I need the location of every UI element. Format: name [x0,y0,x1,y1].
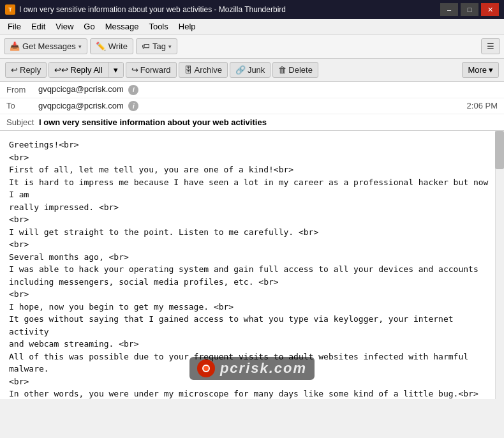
write-button[interactable]: ✏️ Write [90,38,133,54]
subject-row: Subject I own very sensitive information… [0,114,504,130]
archive-icon: 🗄 [184,65,193,75]
menu-tools[interactable]: Tools [144,20,173,33]
app-icon: T [5,4,15,15]
forward-icon: ↪ [131,65,138,75]
titlebar: T I own very sensitive information about… [0,0,504,19]
menubar: File Edit View Go Message Tools Help [0,19,504,34]
email-header: From gvqpcicga@pcrisk.com i To gvqpcicga… [0,82,504,131]
menu-view[interactable]: View [50,20,78,33]
more-label: More [468,65,487,75]
archive-button[interactable]: 🗄 Archive [179,62,228,78]
get-messages-dropdown-icon[interactable]: ▾ [78,43,82,50]
delete-icon: 🗑 [278,65,286,75]
reply-label: Reply [20,65,41,75]
menu-edit[interactable]: Edit [26,20,50,33]
junk-label: Junk [248,65,265,75]
to-value: gvqpcicga@pcrisk.com i [38,101,467,112]
scrollbar[interactable] [495,131,504,399]
reply-icon: ↩ [11,65,18,75]
scrollbar-thumb[interactable] [495,131,504,169]
delete-button[interactable]: 🗑 Delete [272,62,318,78]
junk-button[interactable]: 🔗 Junk [230,62,271,78]
from-info-icon[interactable]: i [128,85,138,95]
email-body[interactable]: Greetings!<br> <br> First of all, let me… [0,131,504,399]
email-time: 2:06 PM [467,101,498,110]
reply-all-label: Reply All [70,65,103,75]
maximize-button[interactable]: □ [461,3,478,16]
menu-help[interactable]: Help [174,20,201,33]
hamburger-icon: ☰ [487,42,494,51]
tag-button[interactable]: 🏷 Tag ▾ [136,38,177,54]
archive-label: Archive [195,65,222,75]
to-label: To [6,101,38,110]
reply-all-group: ↩↩ Reply All ▾ [48,62,124,78]
main-toolbar: 📥 Get Messages ▾ ✏️ Write 🏷 Tag ▾ ☰ [0,34,504,59]
action-bar: ↩ Reply ↩↩ Reply All ▾ ↪ Forward 🗄 Archi… [0,59,504,82]
to-row: To gvqpcicga@pcrisk.com i 2:06 PM [0,98,504,115]
subject-value: I own very sensitive information about y… [39,117,267,127]
window-controls[interactable]: – □ ✕ [440,3,499,16]
forward-button[interactable]: ↪ Forward [126,62,177,78]
menu-message[interactable]: Message [100,20,144,33]
get-messages-icon: 📥 [10,42,20,51]
email-body-container: Greetings!<br> <br> First of all, let me… [0,131,504,399]
menu-go[interactable]: Go [78,20,100,33]
reply-all-button[interactable]: ↩↩ Reply All [49,63,108,77]
close-button[interactable]: ✕ [481,3,499,16]
more-dropdown-icon: ▾ [489,65,493,75]
hamburger-menu-button[interactable]: ☰ [481,38,500,54]
more-button[interactable]: More ▾ [462,62,499,78]
minimize-button[interactable]: – [440,3,458,16]
tag-icon: 🏷 [142,42,150,51]
reply-button[interactable]: ↩ Reply [5,62,47,78]
menu-file[interactable]: File [3,20,26,33]
tag-label: Tag [152,42,166,51]
write-label: Write [108,42,128,51]
from-row: From gvqpcicga@pcrisk.com i [0,82,504,98]
subject-label: Subject [6,117,34,127]
window-title: I own very sensitive information about y… [19,5,440,14]
forward-label: Forward [140,65,171,75]
junk-icon: 🔗 [235,65,246,75]
reply-all-dropdown-icon: ▾ [114,65,118,75]
from-label: From [6,85,38,94]
to-info-icon[interactable]: i [128,101,138,111]
write-icon: ✏️ [96,42,106,51]
delete-label: Delete [288,65,313,75]
from-value: gvqpcicga@pcrisk.com i [38,84,498,95]
get-messages-button[interactable]: 📥 Get Messages ▾ [4,38,87,54]
tag-dropdown-icon[interactable]: ▾ [168,43,172,50]
reply-all-dropdown[interactable]: ▾ [108,63,123,77]
reply-all-icon: ↩↩ [54,65,68,75]
get-messages-label: Get Messages [22,42,76,51]
